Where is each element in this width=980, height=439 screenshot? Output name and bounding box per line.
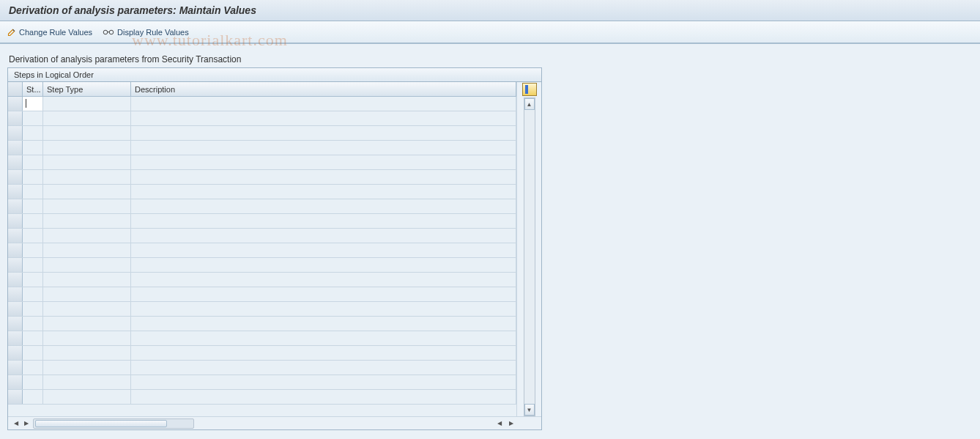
cell-step-type[interactable] [43,111,131,125]
row-selector[interactable] [8,317,23,331]
column-header-description[interactable]: Description [131,82,516,96]
cell-description[interactable] [131,390,516,404]
row-selector[interactable] [8,214,23,228]
cell-step-type[interactable] [43,214,131,228]
row-selector[interactable] [8,229,23,243]
cell-st[interactable] [23,375,43,389]
cell-description[interactable] [131,302,516,316]
table-row[interactable] [8,375,516,390]
row-selector[interactable] [8,273,23,287]
cell-step-type[interactable] [43,390,131,404]
cell-st[interactable] [23,141,43,155]
scroll-up-button[interactable]: ▲ [524,98,535,110]
table-row[interactable] [8,361,516,375]
row-selector[interactable] [8,185,23,199]
table-row[interactable] [8,185,516,199]
row-selector[interactable] [8,331,23,345]
cell-st[interactable] [23,258,43,272]
table-row[interactable] [8,199,516,214]
cell-step-type[interactable] [43,317,131,331]
column-header-selector[interactable] [8,82,23,96]
cell-st[interactable] [23,155,43,169]
cell-description[interactable] [131,155,516,169]
cell-st[interactable] [23,111,43,125]
display-rule-values-button[interactable]: Display Rule Values [103,28,189,37]
cell-description[interactable] [131,346,516,360]
cell-step-type[interactable] [43,331,131,345]
scroll-right-button[interactable]: ◀ [494,418,505,429]
row-selector[interactable] [8,375,23,389]
table-row[interactable] [8,390,516,405]
cell-description[interactable] [131,361,516,375]
cell-step-type[interactable] [43,155,131,169]
table-row[interactable] [8,258,516,273]
cell-step-type[interactable] [43,126,131,140]
table-row[interactable] [8,155,516,170]
table-row[interactable] [8,126,516,141]
cell-step-type[interactable] [43,141,131,155]
cell-st[interactable] [23,302,43,316]
column-header-step-type[interactable]: Step Type [43,82,131,96]
cell-step-type[interactable] [43,229,131,243]
cell-description[interactable] [131,199,516,213]
row-selector[interactable] [8,199,23,213]
cell-description[interactable] [131,185,516,199]
cell-st[interactable] [23,273,43,287]
cell-description[interactable] [131,317,516,331]
row-selector[interactable] [8,346,23,360]
cell-description[interactable] [131,229,516,243]
cell-step-type[interactable] [43,302,131,316]
vertical-scrollbar[interactable]: ▲ ▼ [524,97,535,416]
cell-description[interactable] [131,214,516,228]
table-row[interactable] [8,287,516,302]
table-row[interactable] [8,111,516,126]
row-selector[interactable] [8,126,23,140]
cell-st[interactable] [23,243,43,257]
table-row[interactable] [8,302,516,317]
cell-st[interactable] [23,229,43,243]
cell-step-type[interactable] [43,258,131,272]
cell-st[interactable] [23,287,43,301]
table-row[interactable] [8,243,516,258]
row-selector[interactable] [8,258,23,272]
table-row[interactable] [8,229,516,243]
table-row[interactable] [8,317,516,331]
table-row[interactable] [8,346,516,361]
cell-step-type[interactable] [43,375,131,389]
scroll-down-button[interactable]: ▼ [524,404,535,416]
cell-description[interactable] [131,111,516,125]
cell-step-type[interactable] [43,287,131,301]
cell-description[interactable] [131,243,516,257]
cell-description[interactable] [131,97,516,111]
cell-description[interactable] [131,170,516,184]
table-row[interactable] [8,273,516,287]
table-row[interactable] [8,331,516,346]
cell-step-type[interactable] [43,273,131,287]
cell-st[interactable] [23,170,43,184]
table-row[interactable] [8,214,516,229]
row-selector[interactable] [8,97,23,111]
cell-description[interactable] [131,331,516,345]
cell-st[interactable] [23,361,43,375]
column-header-st[interactable]: St... [23,82,43,96]
cell-step-type[interactable] [43,97,131,111]
scroll-right-end-button[interactable]: ▶ [506,418,516,429]
row-selector[interactable] [8,287,23,301]
cell-description[interactable] [131,141,516,155]
cell-step-type[interactable] [43,170,131,184]
cell-st[interactable] [23,346,43,360]
row-selector[interactable] [8,361,23,375]
cell-st[interactable] [23,390,43,404]
cell-st[interactable] [23,331,43,345]
scroll-left-button[interactable]: ▶ [21,418,31,429]
cell-step-type[interactable] [43,185,131,199]
configure-columns-icon[interactable] [522,83,537,96]
cell-step-type[interactable] [43,361,131,375]
cell-description[interactable] [131,273,516,287]
cell-description[interactable] [131,126,516,140]
cell-st[interactable] [23,126,43,140]
horizontal-scroll-track[interactable] [33,418,194,429]
row-selector[interactable] [8,111,23,125]
cell-st[interactable] [23,185,43,199]
row-selector[interactable] [8,155,23,169]
